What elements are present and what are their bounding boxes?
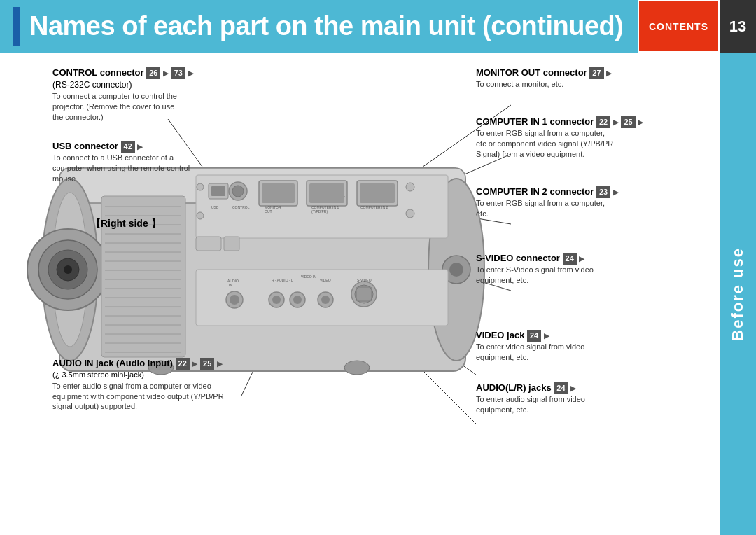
monitor-out-desc: To connect a monitor, etc. (476, 79, 612, 90)
usb-connector-annotation: USB connector 42 ▶ To connect to a USB c… (52, 140, 190, 184)
right-side-annotation: 【Right side 】 (91, 217, 161, 231)
svg-text:S-VIDEO: S-VIDEO (357, 278, 372, 282)
svg-text:VIDEO IN: VIDEO IN (301, 275, 316, 279)
svg-point-20 (449, 263, 463, 277)
audio-lr-label: AUDIO(L/R) jacks (476, 382, 552, 393)
page-number: 13 (720, 0, 756, 53)
audio-lr-badge: 24 (554, 382, 568, 394)
svg-point-43 (232, 186, 244, 197)
computer-in1-desc: To enter RGB signal from a computer,etc … (476, 128, 643, 160)
control-badge-73: 73 (172, 67, 186, 79)
svideo-desc: To enter S-Video signal from videoequipm… (476, 265, 594, 286)
comp2-badge: 23 (596, 186, 610, 198)
comp1-badge-22: 22 (596, 116, 610, 128)
right-sidebar: Before use (720, 53, 756, 535)
header-right: CONTENTS 13 (638, 0, 756, 53)
audio-in-annotation: AUDIO IN jack (Audio input) 22 ▶ 25 ▶ (¿… (52, 357, 224, 412)
computer-in1-label: COMPUTER IN 1 connector (476, 116, 594, 127)
blue-accent-bar (13, 7, 20, 46)
usb-badge-42: 42 (121, 141, 135, 153)
usb-label: USB connector (52, 141, 118, 151)
svg-point-56 (197, 212, 204, 219)
computer-in2-annotation: COMPUTER IN 2 connector 23 ▶ To enter RG… (476, 186, 619, 219)
audio-in-badge-25: 25 (200, 358, 214, 370)
control-label: CONTROL connector (52, 67, 144, 78)
video-jack-annotation: VIDEO jack 24 ▶ To enter video signal fr… (476, 329, 584, 363)
svg-point-17 (64, 265, 72, 274)
svg-point-73 (293, 296, 302, 304)
svg-text:VIDEO: VIDEO (320, 278, 331, 282)
video-jack-label: VIDEO jack (476, 330, 524, 340)
before-use-label: Before use (729, 247, 747, 341)
monitor-out-label: MONITOR OUT connector (476, 67, 587, 78)
audio-in-label: AUDIO IN jack (Audio input) (52, 358, 173, 368)
audio-in-sub: (¿ 3.5mm stereo mini-jack) (52, 370, 224, 380)
svg-point-54 (406, 209, 414, 218)
monitor-out-badge: 27 (589, 67, 603, 79)
svg-point-77 (355, 285, 373, 303)
svideo-badge: 24 (563, 253, 577, 265)
control-connector-annotation: CONTROL connector 26 ▶ 73 ▶ (RS-232C con… (52, 67, 194, 123)
svg-text:CONTROL: CONTROL (232, 205, 250, 209)
svg-rect-46 (262, 183, 295, 203)
svideo-annotation: S-VIDEO connector 24 ▶ To enter S-Video … (476, 252, 594, 286)
control-badge-26: 26 (146, 67, 160, 79)
page-header: Names of each part on the main unit (con… (0, 0, 756, 53)
usb-desc: To connect to a USB connector of acomput… (52, 153, 190, 184)
svg-point-69 (230, 295, 239, 305)
contents-button[interactable]: CONTENTS (638, 0, 720, 53)
svideo-label: S-VIDEO connector (476, 253, 560, 263)
video-jack-desc: To enter video signal from videoequipmen… (476, 342, 584, 363)
monitor-out-annotation: MONITOR OUT connector 27 ▶ To connect a … (476, 67, 612, 90)
control-sub: (RS-232C connector) (52, 79, 194, 91)
computer-in1-annotation: COMPUTER IN 1 connector 22 ▶ 25 ▶ To ent… (476, 116, 643, 160)
audio-in-desc: To enter audio signal from a computer or… (52, 381, 224, 412)
audio-lr-annotation: AUDIO(L/R) jacks 24 ▶ To enter audio sig… (476, 382, 585, 415)
svg-text:USB: USB (211, 205, 219, 209)
svg-rect-41 (211, 186, 225, 196)
svg-point-83 (344, 361, 370, 375)
right-side-label: 【Right side 】 (91, 217, 161, 231)
audio-lr-desc: To enter audio signal from videoequipmen… (476, 394, 585, 415)
computer-in2-desc: To enter RGB signal from a computer,etc. (476, 198, 619, 219)
svg-text:(Y/PB/PR): (Y/PB/PR) (312, 209, 328, 214)
svg-point-75 (321, 296, 330, 304)
svg-text:COMPUTER IN 2: COMPUTER IN 2 (360, 205, 388, 209)
svg-point-71 (272, 296, 281, 304)
svg-text:R - AUDIO - L: R - AUDIO - L (272, 278, 293, 282)
video-jack-badge: 24 (527, 330, 541, 342)
svg-point-55 (197, 183, 204, 190)
control-desc: To connect a computer to control theproj… (52, 91, 194, 123)
page-title: Names of each part on the main unit (con… (29, 11, 623, 41)
svg-text:IN: IN (229, 283, 232, 287)
audio-in-badge-22: 22 (176, 358, 190, 370)
svg-rect-85 (224, 237, 239, 251)
svg-point-53 (406, 183, 414, 191)
svg-rect-84 (196, 237, 221, 251)
svg-rect-52 (360, 183, 395, 203)
computer-in2-label: COMPUTER IN 2 connector (476, 186, 594, 197)
comp1-badge-25: 25 (621, 116, 635, 128)
svg-text:OUT: OUT (265, 209, 272, 214)
svg-rect-49 (309, 183, 344, 203)
